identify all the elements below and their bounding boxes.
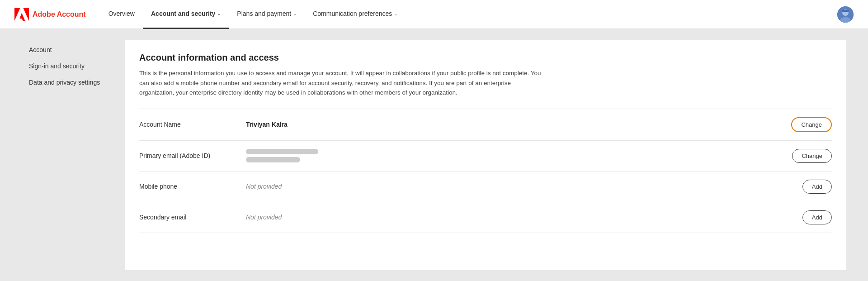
page-body: Account Sign-in and security Data and pr… xyxy=(0,29,868,281)
nav-plans-payment[interactable]: Plans and payment ⌄ xyxy=(229,0,305,29)
avatar[interactable] xyxy=(837,6,854,23)
row-value-secondary-email: Not provided xyxy=(246,214,795,221)
add-mobile-phone-button[interactable]: Add xyxy=(802,180,832,194)
change-primary-email-button[interactable]: Change xyxy=(792,149,832,163)
sidebar-item-data-privacy[interactable]: Data and privacy settings xyxy=(22,74,121,90)
chevron-down-icon: ⌄ xyxy=(394,11,397,16)
sidebar-item-account[interactable]: Account xyxy=(22,42,121,58)
sidebar-item-signin-security[interactable]: Sign-in and security xyxy=(22,58,121,74)
table-row: Primary email (Adobe ID) Change xyxy=(139,140,832,171)
table-row: Mobile phone Not provided Add xyxy=(139,171,832,202)
change-account-name-button[interactable]: Change xyxy=(791,117,832,132)
adobe-logo-link[interactable]: Adobe Account xyxy=(14,8,86,21)
nav-account-security[interactable]: Account and security ⌄ xyxy=(143,0,229,29)
brand-name: Adobe Account xyxy=(33,10,86,19)
row-value-account-name: Triviyan Kalra xyxy=(246,121,784,128)
table-row: Account Name Triviyan Kalra Change xyxy=(139,109,832,140)
sidebar: Account Sign-in and security Data and pr… xyxy=(22,40,121,270)
row-label-mobile-phone: Mobile phone xyxy=(139,183,239,190)
info-table: Account Name Triviyan Kalra Change Prima… xyxy=(139,109,832,233)
main-content: Account information and access This is t… xyxy=(125,40,846,270)
row-value-mobile-phone: Not provided xyxy=(246,183,795,190)
nav-links: Overview Account and security ⌄ Plans an… xyxy=(100,0,837,29)
blurred-email-line-1 xyxy=(246,149,318,154)
adobe-logo-icon xyxy=(14,8,29,21)
row-value-primary-email xyxy=(246,149,785,162)
section-title: Account information and access xyxy=(139,52,832,63)
section-description: This is the personal information you use… xyxy=(139,68,546,98)
top-navigation: Adobe Account Overview Account and secur… xyxy=(0,0,868,29)
nav-overview[interactable]: Overview xyxy=(100,0,143,29)
svg-rect-3 xyxy=(842,10,849,12)
row-label-primary-email: Primary email (Adobe ID) xyxy=(139,152,239,159)
row-label-secondary-email: Secondary email xyxy=(139,214,239,221)
chevron-down-icon: ⌄ xyxy=(217,11,221,16)
blurred-email-line-2 xyxy=(246,157,300,162)
avatar-image xyxy=(837,6,854,23)
nav-communication-prefs[interactable]: Communication preferences ⌄ xyxy=(305,0,406,29)
add-secondary-email-button[interactable]: Add xyxy=(802,210,832,224)
row-label-account-name: Account Name xyxy=(139,121,239,128)
table-row: Secondary email Not provided Add xyxy=(139,202,832,233)
chevron-down-icon: ⌄ xyxy=(293,11,297,16)
